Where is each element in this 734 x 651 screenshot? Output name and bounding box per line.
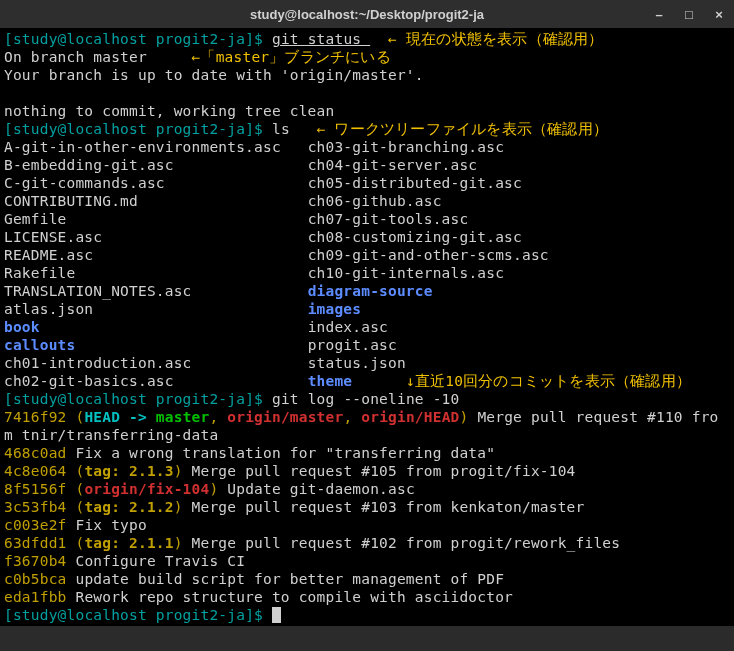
file: ch06-github.asc [308, 193, 442, 209]
file: C-git-commands.asc [4, 175, 165, 191]
ref-tag: tag: 2.1.1 [84, 535, 173, 551]
commit-hash: eda1fbb [4, 589, 67, 605]
file: TRANSLATION_NOTES.asc [4, 283, 192, 299]
file: ch04-git-server.asc [308, 157, 478, 173]
commit-msg: Rework repo structure to compile with as… [67, 589, 514, 605]
file: atlas.json [4, 301, 93, 317]
commit-msg: Merge pull request #105 from progit/fix-… [183, 463, 576, 479]
annot-ls: ← ワークツリーファイルを表示（確認用） [317, 121, 608, 137]
file: Rakefile [4, 265, 75, 281]
commit-hash: c003e2f [4, 517, 67, 533]
minimize-icon[interactable]: – [650, 7, 668, 22]
terminal-output[interactable]: [study@localhost progit2-ja]$ git status… [0, 28, 734, 626]
ref-remote: origin/fix-104 [84, 481, 209, 497]
file: ch10-git-internals.asc [308, 265, 504, 281]
file: ch05-distributed-git.asc [308, 175, 522, 191]
ref-tag: tag: 2.1.2 [84, 499, 173, 515]
directory: callouts [4, 337, 75, 353]
file: README.asc [4, 247, 93, 263]
ref-branch: master [156, 409, 210, 425]
file: ch01-introduction.asc [4, 355, 192, 371]
directory: book [4, 319, 40, 335]
file: progit.asc [308, 337, 397, 353]
file: Gemfile [4, 211, 67, 227]
annot-status: ← 現在の状態を表示（確認用） [388, 31, 603, 47]
file: status.json [308, 355, 406, 371]
commit-hash: 7416f92 [4, 409, 67, 425]
ref-remote: origin/master [227, 409, 343, 425]
cmd-git-status: git status [272, 31, 370, 47]
commit-hash: 63dfdd1 [4, 535, 67, 551]
close-icon[interactable]: × [710, 7, 728, 22]
cmd-git-log: git log --oneline -10 [272, 391, 460, 407]
commit-msg: Fix typo [67, 517, 147, 533]
commit-msg: update build script for better managemen… [67, 571, 505, 587]
commit-hash: 4c8e064 [4, 463, 67, 479]
commit-msg: Merge pull request #110 fro [468, 409, 718, 425]
commit-msg: Configure Travis CI [67, 553, 246, 569]
annot-master: ←「master」ブランチにいる [192, 49, 391, 65]
commit-msg: Merge pull request #103 from kenkaton/ma… [183, 499, 585, 515]
commit-msg: Update git-daemon.asc [218, 481, 414, 497]
window-title: study@localhost:~/Desktop/progit2-ja [250, 7, 484, 22]
file: ch09-git-and-other-scms.asc [308, 247, 549, 263]
window-controls: – □ × [650, 7, 728, 22]
file: ch07-git-tools.asc [308, 211, 469, 227]
file: B-embedding-git.asc [4, 157, 174, 173]
cmd-ls: ls [272, 121, 290, 137]
commit-hash: 468c0ad [4, 445, 67, 461]
ref-plain: , [343, 409, 361, 425]
titlebar: study@localhost:~/Desktop/progit2-ja – □… [0, 0, 734, 28]
directory: theme [308, 373, 353, 389]
file: ch02-git-basics.asc [4, 373, 174, 389]
file: ch03-git-branching.asc [308, 139, 504, 155]
file: A-git-in-other-environments.asc [4, 139, 281, 155]
ref-tag: tag: 2.1.3 [84, 463, 173, 479]
commit-hash: 3c53fb4 [4, 499, 67, 515]
commit-hash: 8f5156f [4, 481, 67, 497]
annot-log: ↓直近10回分のコミットを表示（確認用） [406, 373, 691, 389]
maximize-icon[interactable]: □ [680, 7, 698, 22]
directory: images [308, 301, 362, 317]
directory: diagram-source [308, 283, 433, 299]
commit-msg: Merge pull request #102 from progit/rewo… [183, 535, 621, 551]
commit-hash: c0b5bca [4, 571, 67, 587]
commit-hash: f3670b4 [4, 553, 67, 569]
file: index.asc [308, 319, 388, 335]
ref-remote: origin/HEAD [361, 409, 459, 425]
file: CONTRIBUTING.md [4, 193, 138, 209]
file: ch08-customizing-git.asc [308, 229, 522, 245]
commit-msg: Fix a wrong translation for "transferrin… [67, 445, 496, 461]
ref-plain: , [209, 409, 227, 425]
cursor [272, 607, 281, 623]
ref-head: HEAD -> [84, 409, 155, 425]
file: LICENSE.asc [4, 229, 102, 245]
